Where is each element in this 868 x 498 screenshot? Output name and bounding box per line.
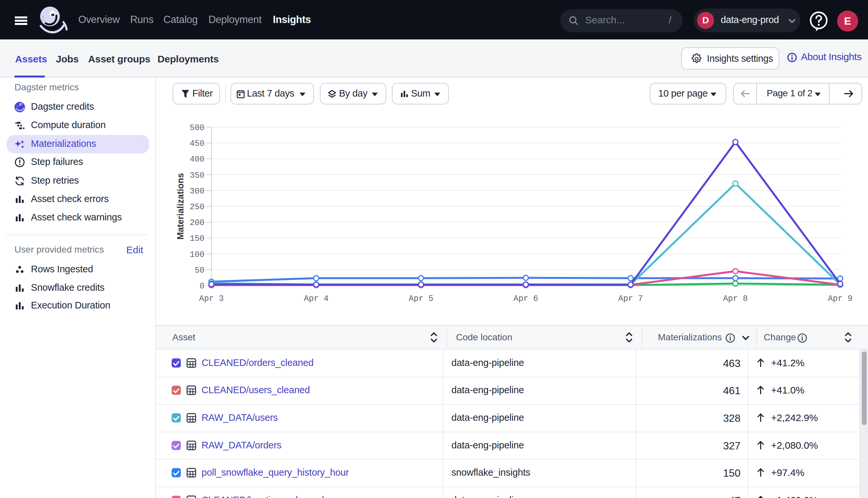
svg-text:350: 350 [190,171,204,180]
svg-text:Apr 3: Apr 3 [199,294,224,303]
svg-text:500: 500 [190,123,204,133]
svg-text:Apr 6: Apr 6 [513,294,538,303]
svg-text:Apr 4: Apr 4 [304,294,329,303]
svg-text:50: 50 [195,266,204,275]
svg-text:450: 450 [190,139,204,148]
svg-text:0: 0 [200,281,204,291]
svg-text:250: 250 [190,202,204,212]
svg-text:Materializations: Materializations [176,173,186,240]
svg-text:Apr 9: Apr 9 [828,294,853,303]
svg-text:Apr 8: Apr 8 [723,294,748,303]
svg-text:400: 400 [190,155,204,164]
svg-text:300: 300 [190,187,204,196]
svg-text:Apr 5: Apr 5 [409,294,433,303]
svg-text:Apr 7: Apr 7 [618,294,643,303]
svg-text:100: 100 [190,250,204,260]
svg-text:200: 200 [190,218,204,228]
svg-text:150: 150 [190,234,204,244]
